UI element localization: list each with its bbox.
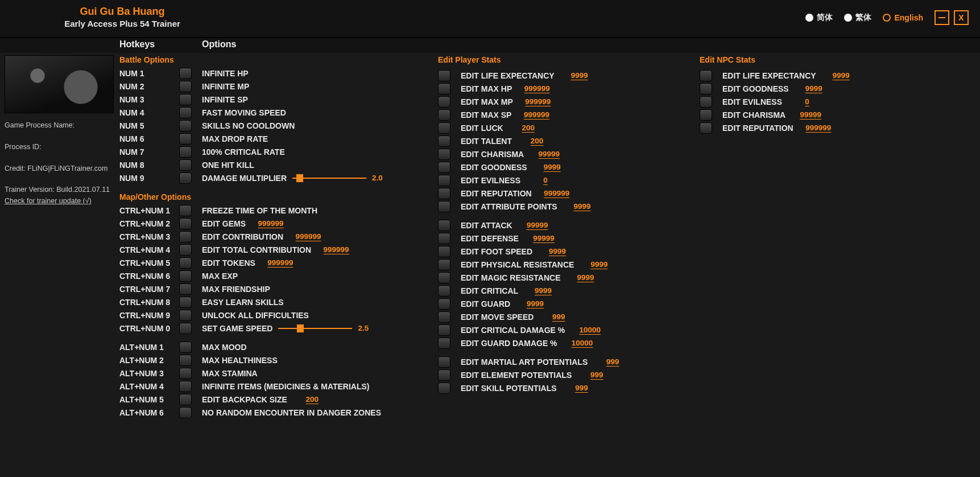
battle-checkbox[interactable] bbox=[179, 172, 192, 184]
battle-checkbox[interactable] bbox=[179, 107, 192, 118]
mapother-checkbox[interactable] bbox=[179, 244, 192, 256]
value-field[interactable]: 9999 bbox=[518, 299, 552, 308]
player-checkbox[interactable] bbox=[438, 220, 450, 231]
mapother-checkbox[interactable] bbox=[179, 310, 192, 321]
npc-checkbox[interactable] bbox=[700, 70, 712, 81]
player-checkbox[interactable] bbox=[438, 338, 450, 349]
mapother-checkbox[interactable] bbox=[179, 407, 192, 418]
npc-checkbox[interactable] bbox=[700, 83, 712, 94]
value-field[interactable]: 99999 bbox=[532, 150, 566, 158]
value-field[interactable]: 9999 bbox=[569, 273, 603, 282]
value-field[interactable]: 9999 bbox=[526, 286, 560, 295]
battle-checkbox[interactable] bbox=[179, 81, 192, 92]
player-checkbox[interactable] bbox=[438, 188, 450, 199]
player-checkbox[interactable] bbox=[438, 109, 450, 121]
value-field[interactable]: 10000 bbox=[565, 339, 599, 347]
value-field[interactable]: 10000 bbox=[573, 326, 607, 334]
player-checkbox[interactable] bbox=[438, 369, 450, 381]
value-field[interactable]: 9999 bbox=[797, 84, 831, 93]
mapother-checkbox[interactable] bbox=[179, 257, 192, 269]
slider[interactable] bbox=[278, 327, 352, 330]
mapother-checkbox[interactable] bbox=[179, 381, 192, 392]
value-field[interactable]: 200 bbox=[520, 137, 554, 145]
value-field[interactable]: 999999 bbox=[254, 219, 288, 228]
slider[interactable] bbox=[292, 176, 366, 180]
value-field[interactable]: 9999 bbox=[540, 247, 574, 256]
player-checkbox[interactable] bbox=[438, 201, 450, 212]
value-field[interactable]: 0 bbox=[790, 97, 824, 106]
option-row: EDIT REPUTATION999999 bbox=[438, 187, 694, 200]
player-checkbox[interactable] bbox=[438, 122, 450, 134]
minimize-button[interactable] bbox=[934, 10, 949, 25]
player-checkbox[interactable] bbox=[438, 135, 450, 147]
value-field[interactable]: 99999 bbox=[527, 234, 561, 242]
player-checkbox[interactable] bbox=[438, 259, 450, 270]
mapother-checkbox[interactable] bbox=[179, 231, 192, 242]
value-field[interactable]: 99999 bbox=[793, 110, 828, 119]
player-checkbox[interactable] bbox=[438, 356, 450, 368]
lang-english[interactable]: English bbox=[883, 13, 923, 22]
value-field[interactable]: 999999 bbox=[519, 110, 553, 119]
value-field[interactable]: 200 bbox=[295, 395, 329, 404]
mapother-checkbox[interactable] bbox=[179, 270, 192, 282]
player-checkbox[interactable] bbox=[438, 246, 450, 257]
check-update-link[interactable]: Check for trainer update (√) bbox=[5, 197, 112, 205]
player-checkbox[interactable] bbox=[438, 83, 450, 94]
battle-checkbox[interactable] bbox=[179, 68, 192, 79]
mapother-checkbox[interactable] bbox=[179, 283, 192, 295]
player-checkbox[interactable] bbox=[438, 272, 450, 283]
value-field[interactable]: 999999 bbox=[319, 245, 353, 254]
battle-checkbox[interactable] bbox=[179, 94, 192, 105]
npc-checkbox[interactable] bbox=[700, 122, 712, 134]
player-checkbox[interactable] bbox=[438, 70, 450, 81]
close-button[interactable]: X bbox=[954, 10, 969, 25]
battle-checkbox[interactable] bbox=[179, 120, 192, 131]
lang-traditional[interactable]: 繁体 bbox=[844, 13, 871, 23]
slider-thumb[interactable] bbox=[296, 174, 303, 182]
player-checkbox[interactable] bbox=[438, 233, 450, 244]
value-field[interactable]: 9999 bbox=[535, 163, 569, 171]
value-field[interactable]: 999999 bbox=[521, 97, 555, 106]
player-checkbox[interactable] bbox=[438, 298, 450, 310]
npc-checkbox[interactable] bbox=[700, 109, 712, 121]
mapother-checkbox[interactable] bbox=[179, 205, 192, 216]
value-field[interactable]: 9999 bbox=[582, 260, 616, 269]
mapother-checkbox[interactable] bbox=[179, 218, 192, 229]
value-field[interactable]: 999999 bbox=[520, 84, 554, 93]
value-field[interactable]: 999999 bbox=[263, 258, 297, 267]
option-label: EDIT CONTRIBUTION bbox=[202, 232, 283, 241]
player-checkbox[interactable] bbox=[438, 383, 450, 394]
slider-thumb[interactable] bbox=[297, 324, 304, 332]
value-field[interactable]: 999 bbox=[580, 371, 614, 379]
mapother-checkbox[interactable] bbox=[179, 342, 192, 353]
value-field[interactable]: 9999 bbox=[565, 202, 599, 211]
value-field[interactable]: 9999 bbox=[563, 71, 597, 80]
value-field[interactable]: 999999 bbox=[291, 232, 325, 241]
player-checkbox[interactable] bbox=[438, 285, 450, 297]
battle-checkbox[interactable] bbox=[179, 159, 192, 171]
value-field[interactable]: 999999 bbox=[801, 124, 836, 132]
battle-checkbox[interactable] bbox=[179, 133, 192, 145]
player-checkbox[interactable] bbox=[438, 324, 450, 336]
value-field[interactable]: 200 bbox=[511, 124, 545, 132]
mapother-checkbox[interactable] bbox=[179, 297, 192, 308]
value-field[interactable]: 99999 bbox=[520, 221, 555, 229]
lang-simplified[interactable]: 简体 bbox=[805, 13, 833, 23]
npc-checkbox[interactable] bbox=[700, 96, 712, 108]
player-checkbox[interactable] bbox=[438, 149, 450, 160]
mapother-checkbox[interactable] bbox=[179, 368, 192, 379]
value-field[interactable]: 999 bbox=[596, 357, 630, 366]
player-checkbox[interactable] bbox=[438, 311, 450, 323]
value-field[interactable]: 0 bbox=[528, 176, 563, 184]
value-field[interactable]: 9999 bbox=[824, 71, 858, 80]
mapother-checkbox[interactable] bbox=[179, 355, 192, 366]
player-checkbox[interactable] bbox=[438, 162, 450, 173]
mapother-checkbox[interactable] bbox=[179, 394, 192, 405]
player-checkbox[interactable] bbox=[438, 175, 450, 186]
battle-checkbox[interactable] bbox=[179, 146, 192, 158]
value-field[interactable]: 999 bbox=[565, 384, 599, 392]
player-checkbox[interactable] bbox=[438, 96, 450, 108]
value-field[interactable]: 999999 bbox=[540, 189, 574, 198]
value-field[interactable]: 999 bbox=[541, 312, 576, 321]
mapother-checkbox[interactable] bbox=[179, 323, 192, 334]
